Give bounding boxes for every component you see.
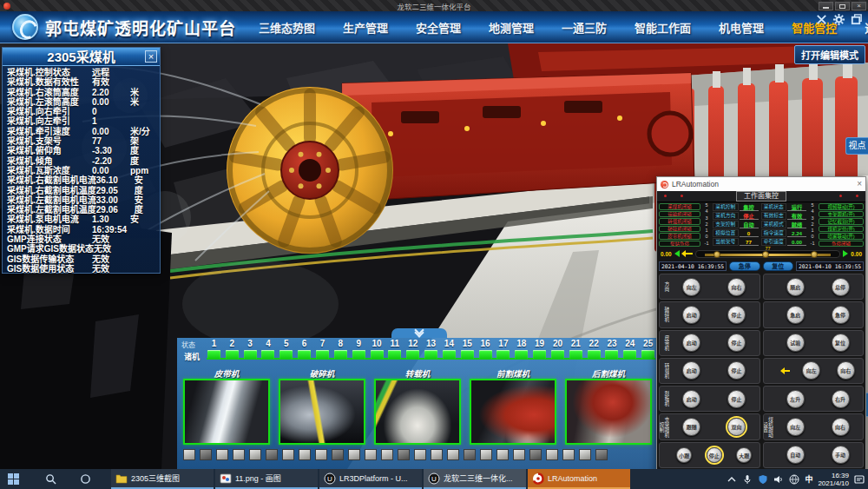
nav-item-link[interactable]: 一通三防 xyxy=(548,19,621,36)
open-edit-mode-button[interactable]: 打开编辑模式 xyxy=(794,45,865,64)
speaker-icon[interactable] xyxy=(773,474,784,485)
nav-item-link[interactable]: 生产管理 xyxy=(329,19,402,36)
filmstrip-tile[interactable] xyxy=(348,449,360,460)
taskbar-item[interactable]: 11.png - 画图 xyxy=(215,469,318,489)
filmstrip-tile[interactable] xyxy=(398,449,410,460)
collapse-bottom-panel-button[interactable] xyxy=(391,328,447,338)
reset-button[interactable]: 复位 xyxy=(763,261,793,271)
round-control-button[interactable]: 向右 xyxy=(837,361,855,380)
clock[interactable]: 16:39 2021/4/10 xyxy=(818,472,849,487)
link-button[interactable]: 视频联动(开) xyxy=(819,203,864,210)
round-control-button[interactable]: 启动 xyxy=(682,334,700,352)
filmstrip-tile[interactable] xyxy=(595,449,608,460)
round-control-button[interactable]: 启动 xyxy=(682,361,700,380)
filmstrip-tile[interactable] xyxy=(315,449,327,460)
taskbar-item[interactable]: ULR3DPlatform - U... xyxy=(319,469,422,489)
round-control-button[interactable]: 向左 xyxy=(786,418,805,436)
filmstrip-tile[interactable] xyxy=(480,449,492,460)
link-button[interactable]: 记忆截割(开) xyxy=(819,218,864,225)
filmstrip-tile[interactable] xyxy=(447,449,459,460)
close-icon[interactable]: × xyxy=(857,180,862,188)
round-control-button[interactable]: 停止 xyxy=(707,447,722,463)
estop-button[interactable]: 急停 xyxy=(729,261,760,271)
round-control-button[interactable]: 急启 xyxy=(786,306,805,324)
round-control-button[interactable]: 手动 xyxy=(832,446,850,464)
chevron-up-icon[interactable] xyxy=(727,474,737,485)
round-control-button[interactable]: 大跟 xyxy=(736,447,752,463)
taskbar-item[interactable]: U龙软二三维一体化... xyxy=(424,469,526,489)
nav-item-link[interactable]: 机电管理 xyxy=(705,19,778,36)
camera-thumb[interactable] xyxy=(279,379,365,445)
round-control-button[interactable]: 启动 xyxy=(682,390,700,408)
filmstrip-tile[interactable] xyxy=(332,449,344,460)
round-control-button[interactable]: 自动 xyxy=(786,446,805,464)
round-control-button[interactable]: 跟随 xyxy=(682,418,700,436)
round-control-button[interactable]: 试验 xyxy=(786,334,805,352)
camera-thumb[interactable] xyxy=(470,379,556,445)
round-control-button[interactable]: 顺启 xyxy=(786,278,805,296)
network-globe-icon[interactable] xyxy=(789,474,799,485)
lockout-button[interactable]: 采煤机闭锁 xyxy=(659,203,700,210)
filmstrip-tile[interactable] xyxy=(496,449,509,460)
nav-item-link[interactable]: 智能工作面 xyxy=(621,19,705,36)
round-control-button[interactable]: 向左 xyxy=(682,278,700,296)
slider-knob[interactable] xyxy=(713,251,720,258)
nav-item-link[interactable]: 地测管理 xyxy=(475,19,548,36)
round-control-button[interactable]: 向右 xyxy=(727,278,746,296)
filmstrip-tile[interactable] xyxy=(200,449,212,460)
link-button[interactable]: 急停闭锁 xyxy=(819,241,864,248)
filmstrip-tile[interactable] xyxy=(546,449,558,460)
filmstrip-tile[interactable] xyxy=(266,449,278,460)
filmstrip-tile[interactable] xyxy=(183,449,195,460)
link-button[interactable]: 喷雾联动(开) xyxy=(819,233,864,240)
filmstrip-tile[interactable] xyxy=(282,449,294,460)
action-center-icon[interactable] xyxy=(854,474,865,485)
round-control-button[interactable]: 双向 xyxy=(727,418,746,436)
microphone-icon[interactable] xyxy=(742,474,753,485)
filmstrip-tile[interactable] xyxy=(513,449,525,460)
cortana-icon[interactable] xyxy=(75,469,95,489)
round-control-button[interactable]: 向左 xyxy=(802,361,820,380)
taskbar-item[interactable]: LRAutomation xyxy=(528,469,630,489)
round-control-button[interactable]: 总停 xyxy=(832,278,850,296)
filmstrip-tile[interactable] xyxy=(233,449,245,460)
filmstrip-tile[interactable] xyxy=(529,449,542,460)
minimize-button[interactable] xyxy=(819,2,833,10)
filmstrip-tile[interactable] xyxy=(299,449,311,460)
gear-icon[interactable] xyxy=(832,13,845,26)
maximize-button[interactable] xyxy=(835,2,850,10)
filmstrip-tile[interactable] xyxy=(562,449,575,460)
round-control-button[interactable]: 停止 xyxy=(727,361,746,380)
tools-icon[interactable] xyxy=(815,13,828,26)
defender-shield-icon[interactable] xyxy=(758,474,768,485)
ime-indicator[interactable]: 中 xyxy=(805,473,812,485)
slider-knob[interactable] xyxy=(811,251,818,258)
link-button[interactable]: 支架跟机(开) xyxy=(819,211,864,218)
camera-thumb[interactable] xyxy=(183,379,270,445)
filmstrip-tile[interactable] xyxy=(216,449,228,460)
filmstrip-tile[interactable] xyxy=(414,449,426,460)
lockout-button[interactable]: 泵站急停 xyxy=(659,241,700,248)
nav-item-link[interactable]: 三维态势图 xyxy=(245,19,329,36)
round-control-button[interactable]: 向右 xyxy=(832,418,850,436)
filmstrip-tile[interactable] xyxy=(365,449,377,460)
taskbar-item[interactable]: 2305三维截图 xyxy=(111,469,214,489)
slider-track[interactable]: 77 xyxy=(695,250,841,258)
restore-window-icon[interactable] xyxy=(850,13,863,26)
camera-thumb[interactable] xyxy=(565,379,652,445)
round-control-button[interactable]: 启动 xyxy=(682,306,700,324)
nav-item-link[interactable]: 安全管理 xyxy=(402,19,475,36)
viewpoint-tab[interactable]: 视点 xyxy=(845,137,868,155)
panel-close-icon[interactable]: × xyxy=(145,50,157,63)
start-button[interactable] xyxy=(0,469,26,489)
close-button[interactable]: × xyxy=(852,2,866,10)
filmstrip-tile[interactable] xyxy=(464,449,476,460)
lockout-button[interactable]: 运输机闭锁 xyxy=(659,211,700,218)
round-control-button[interactable]: 急停 xyxy=(832,306,850,324)
lockout-button[interactable]: 转载机闭锁 xyxy=(659,218,700,225)
filmstrip-tile[interactable] xyxy=(381,449,393,460)
lrautomation-titlebar[interactable]: LRAutomation × xyxy=(657,177,865,191)
lockout-button[interactable]: 破碎机闭锁 xyxy=(659,226,700,233)
round-control-button[interactable]: 停止 xyxy=(727,334,746,352)
link-button[interactable]: 煤机定位(开) xyxy=(819,226,864,233)
